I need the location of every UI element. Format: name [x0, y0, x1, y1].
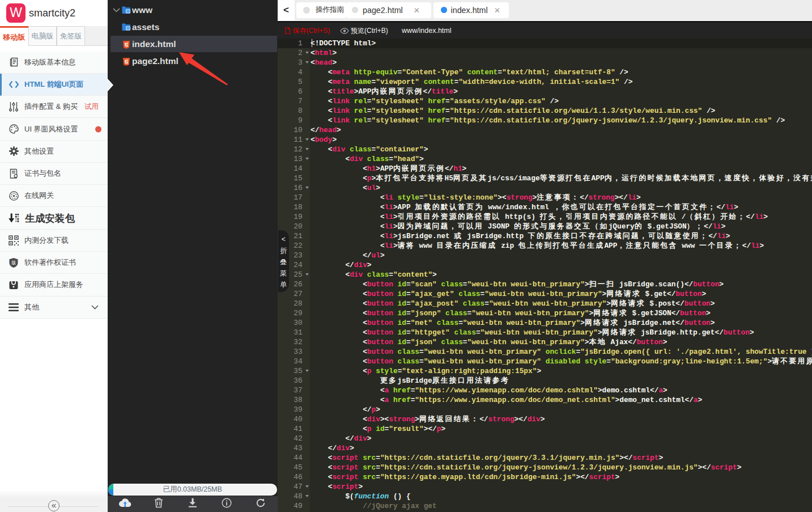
svg-text:版: 版	[11, 260, 16, 265]
